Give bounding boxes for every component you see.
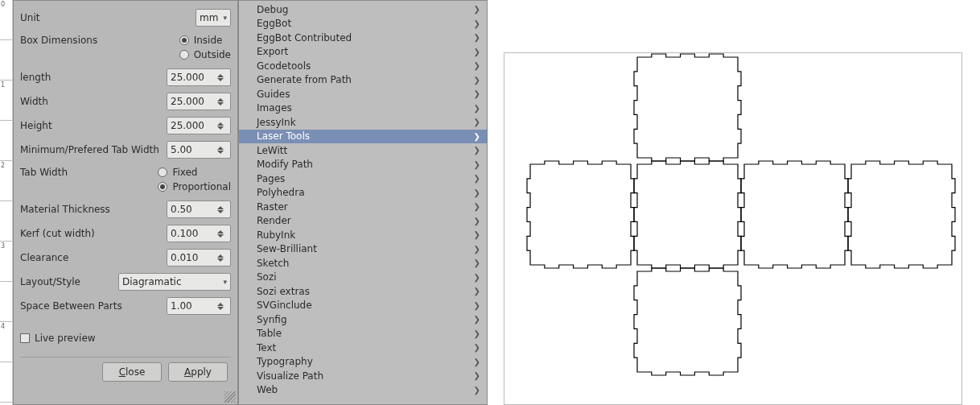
chevron-right-icon: ❯ [474, 89, 480, 98]
chevron-right-icon: ❯ [474, 76, 480, 85]
radio-dot-icon [179, 50, 189, 60]
mat-thick-label: Material Thickness [20, 204, 167, 215]
menu-item-sew-brilliant[interactable]: Sew-Brilliant❯ [239, 242, 487, 257]
spinner-icon[interactable] [217, 202, 227, 217]
menu-item-table[interactable]: Table❯ [239, 327, 487, 341]
menu-item-label: SVGinclude [257, 300, 312, 311]
menu-item-text[interactable]: Text❯ [239, 341, 487, 355]
menu-item-raster[interactable]: Raster❯ [239, 200, 487, 214]
chevron-right-icon: ❯ [474, 343, 480, 352]
menu-item-images[interactable]: Images❯ [239, 101, 487, 116]
menu-item-label: Debug [257, 4, 288, 15]
spinner-icon[interactable] [217, 250, 227, 265]
menu-item-typography[interactable]: Typography❯ [239, 355, 487, 370]
menu-item-label: RubyInk [257, 229, 295, 241]
menu-item-label: Gcodetools [257, 60, 311, 72]
menu-item-sozi-extras[interactable]: Sozi extras❯ [239, 284, 487, 299]
tab-prop-radio[interactable]: Proportional [158, 181, 231, 192]
chevron-right-icon: ❯ [474, 273, 480, 282]
chevron-right-icon: ❯ [474, 19, 480, 28]
spinner-icon[interactable] [217, 94, 227, 109]
spinner-icon[interactable] [217, 226, 227, 241]
menu-item-label: Web [257, 384, 278, 395]
menu-item-pages[interactable]: Pages❯ [239, 172, 487, 186]
box-dim-label: Box Dimensions [20, 35, 179, 46]
menu-item-sketch[interactable]: Sketch❯ [239, 256, 487, 271]
menu-item-laser-tools[interactable]: Laser Tools❯ [239, 130, 487, 144]
extensions-submenu[interactable]: Debug❯EggBot❯EggBot Contributed❯Export❯G… [238, 0, 488, 405]
clearance-input[interactable]: 0.010 [167, 249, 231, 267]
tab-fixed-radio[interactable]: Fixed [158, 167, 231, 178]
live-preview-checkbox[interactable]: Live preview [20, 333, 96, 344]
menu-item-synfig[interactable]: Synfig❯ [239, 312, 487, 327]
menu-item-label: Sozi [257, 271, 277, 283]
menu-item-polyhedra[interactable]: Polyhedra❯ [239, 186, 487, 200]
spinner-icon[interactable] [217, 143, 227, 157]
chevron-right-icon: ❯ [474, 386, 480, 395]
unit-label: Unit [20, 12, 196, 23]
menu-item-export[interactable]: Export❯ [239, 45, 487, 60]
chevron-right-icon: ❯ [474, 132, 480, 141]
radio-dot-icon [158, 182, 167, 192]
space-input[interactable]: 1.00 [167, 297, 231, 315]
length-input[interactable]: 25.000 [167, 68, 231, 86]
height-input[interactable]: 25.000 [167, 117, 231, 134]
chevron-right-icon: ❯ [474, 118, 480, 126]
chevron-right-icon: ❯ [474, 287, 480, 295]
menu-item-modify-path[interactable]: Modify Path❯ [239, 158, 487, 172]
canvas[interactable] [488, 0, 980, 405]
chevron-right-icon: ❯ [474, 188, 480, 197]
space-label: Space Between Parts [20, 300, 167, 312]
chevron-right-icon: ❯ [474, 217, 480, 225]
menu-item-guides[interactable]: Guides❯ [239, 87, 487, 101]
spinner-icon[interactable] [217, 299, 227, 313]
menu-item-label: Images [257, 102, 292, 114]
width-input[interactable]: 25.000 [167, 93, 231, 110]
close-button[interactable]: Close [102, 362, 162, 382]
clearance-label: Clearance [20, 252, 167, 263]
menu-item-label: Sew-Brilliant [257, 243, 317, 254]
menu-item-label: Typography [257, 356, 313, 367]
menu-item-jessyink[interactable]: JessyInk❯ [239, 115, 487, 130]
kerf-input[interactable]: 0.100 [167, 225, 231, 242]
apply-button[interactable]: Apply [168, 362, 228, 382]
menu-item-rubyink[interactable]: RubyInk❯ [239, 228, 487, 242]
menu-item-sozi[interactable]: Sozi❯ [239, 271, 487, 285]
chevron-right-icon: ❯ [474, 5, 480, 14]
layout-label: Layout/Style [20, 276, 118, 287]
inside-radio[interactable]: Inside [179, 35, 231, 46]
menu-item-render[interactable]: Render❯ [239, 214, 487, 229]
menu-item-web[interactable]: Web❯ [239, 383, 487, 398]
menu-item-svginclude[interactable]: SVGinclude❯ [239, 299, 487, 313]
outside-radio[interactable]: Outside [179, 49, 231, 60]
menu-item-lewitt[interactable]: LeWitt❯ [239, 143, 487, 158]
menu-item-label: Pages [257, 173, 285, 184]
min-tab-input[interactable]: 5.00 [167, 141, 231, 159]
unit-select[interactable]: mm ▾ [196, 9, 231, 27]
menu-item-label: Guides [257, 89, 290, 100]
mat-thick-input[interactable]: 0.50 [167, 200, 231, 218]
layout-select[interactable]: Diagramatic ▾ [118, 273, 231, 291]
spinner-icon[interactable] [217, 70, 227, 85]
menu-item-eggbot[interactable]: EggBot❯ [239, 17, 487, 31]
menu-item-label: EggBot Contributed [257, 32, 352, 43]
chevron-right-icon: ❯ [474, 315, 480, 324]
menu-item-gcodetools[interactable]: Gcodetools❯ [239, 59, 487, 73]
menu-item-label: Sketch [257, 258, 289, 269]
menu-item-label: Render [257, 215, 291, 226]
extension-dialog: Unit mm ▾ Box Dimensions Inside Outside … [13, 0, 238, 405]
chevron-right-icon: ❯ [474, 357, 480, 366]
menu-item-label: Synfig [257, 314, 287, 325]
kerf-label: Kerf (cut width) [20, 228, 167, 239]
resize-grip-icon[interactable] [224, 391, 236, 403]
spinner-icon[interactable] [217, 118, 227, 133]
menu-item-eggbot-contributed[interactable]: EggBot Contributed❯ [239, 31, 487, 45]
page-outline [504, 52, 962, 405]
height-label: Height [20, 120, 167, 131]
menu-item-visualize-path[interactable]: Visualize Path❯ [239, 369, 487, 383]
menu-item-debug[interactable]: Debug❯ [239, 2, 487, 17]
menu-item-generate-from-path[interactable]: Generate from Path❯ [239, 73, 487, 88]
menu-item-label: Export [257, 46, 288, 57]
menu-item-label: Text [257, 342, 276, 353]
chevron-right-icon: ❯ [474, 301, 480, 310]
